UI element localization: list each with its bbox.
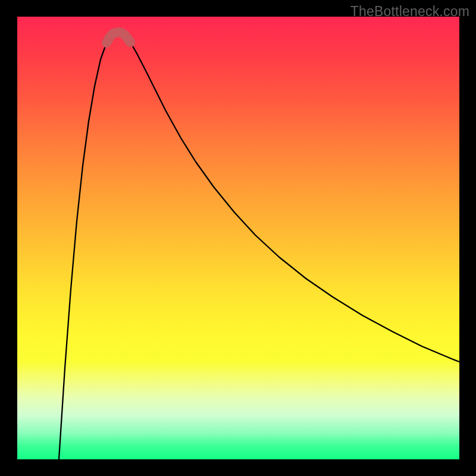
watermark-text: TheBottleneck.com	[350, 4, 469, 20]
chart-svg	[17, 17, 459, 459]
chart-plot-area	[17, 17, 459, 459]
bottleneck-curve-left	[59, 32, 118, 459]
bottleneck-marker	[107, 32, 130, 43]
bottleneck-curve-right	[118, 32, 459, 362]
